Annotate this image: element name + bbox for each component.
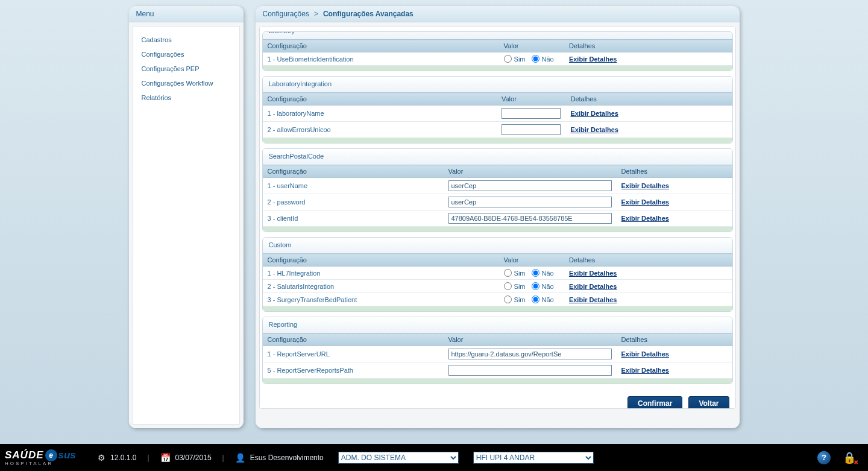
config-label: 5 - ReportServerReportsPath [263,362,444,379]
value-input[interactable] [448,365,612,376]
logo-e-icon: e [45,449,57,461]
radio-sim[interactable]: Sim [504,296,526,303]
menu-item-configuracoes-workflow[interactable]: Configurações Workflow [133,76,239,90]
radio-sim[interactable]: Sim [504,282,526,290]
table-row: 3 - SurgeryTransferBedPatient Sim Não Ex… [263,293,732,306]
table-row: 1 - userName Exibir Detalhes [263,178,732,194]
col-config: Configuração [263,165,444,178]
group-title: LaboratoryIntegration [263,77,732,92]
col-detalhes: Detalhes [617,333,732,346]
sidebar-panel: Menu Cadastros Configurações Configuraçõ… [129,6,244,428]
table-row: 5 - ReportServerReportsPath Exibir Detal… [263,362,732,379]
value-input[interactable] [448,197,612,207]
col-config: Configuração [263,333,444,346]
details-link[interactable]: Exibir Detalhes [569,270,617,277]
radio-nao[interactable]: Não [532,269,554,277]
config-label: 1 - HL7Integration [263,267,499,280]
menu-item-cadastros[interactable]: Cadastros [133,33,239,47]
details-link[interactable]: Exibir Detalhes [570,126,618,133]
menu-item-configuracoes[interactable]: Configurações [133,47,239,62]
table-row: 3 - clientId Exibir Detalhes [263,210,732,227]
details-link[interactable]: Exibir Detalhes [569,55,617,63]
version-text: 12.0.1.0 [110,454,136,462]
status-bar: SAÚDE e sus HOSPITALAR ⚙ 12.0.1.0 | 📅 03… [0,444,868,471]
config-scroll-area[interactable]: Biometry Configuração Valor Detalhes 1 -… [259,26,736,409]
breadcrumb-root[interactable]: Configurações [263,10,309,18]
user-text: Esus Desenvolvimento [250,454,324,462]
details-link[interactable]: Exibir Detalhes [569,283,617,290]
radio-nao[interactable]: Não [532,296,554,303]
back-button[interactable]: Voltar [688,396,729,409]
lock-icon[interactable]: 🔒✖ [843,451,856,464]
value-input[interactable] [502,108,561,119]
config-label: 2 - SalutarisIntegration [263,280,499,293]
value-input[interactable] [448,349,612,359]
radio-nao[interactable]: Não [532,282,554,290]
details-link[interactable]: Exibir Detalhes [621,367,669,374]
value-input[interactable] [448,180,612,191]
table-row: 2 - SalutarisIntegration Sim Não Exibir … [263,280,732,293]
group-custom: Custom Configuração Valor Detalhes 1 - H… [262,237,733,312]
user-icon: 👤 [235,453,245,463]
col-valor: Valor [497,93,565,106]
breadcrumb-current: Configurações Avançadas [323,10,414,18]
col-valor: Valor [444,333,617,346]
group-search-postal-code: SearchPostalCode Configuração Valor Deta… [262,148,733,232]
app-logo: SAÚDE e sus HOSPITALAR [0,449,90,466]
config-label: 2 - password [263,194,444,210]
group-title: SearchPostalCode [263,149,732,165]
col-detalhes: Detalhes [564,254,732,267]
details-link[interactable]: Exibir Detalhes [570,110,618,117]
group-biometry: Biometry Configuração Valor Detalhes 1 -… [262,31,733,71]
config-label: 1 - ReportServerURL [263,346,444,362]
table-row: 1 - ReportServerURL Exibir Detalhes [263,346,732,362]
details-link[interactable]: Exibir Detalhes [621,215,669,222]
profile-select[interactable]: ADM. DO SISTEMA [338,452,459,464]
config-label: 1 - UseBiometricIdentification [263,52,499,66]
radio-sim[interactable]: Sim [504,269,526,277]
group-title: Custom [263,238,732,253]
col-detalhes: Detalhes [564,40,732,52]
menu-item-configuracoes-pep[interactable]: Configurações PEP [133,62,239,76]
sidebar-title: Menu [129,6,244,22]
table-row: 1 - HL7Integration Sim Não Exibir Detalh… [263,267,732,280]
radio-nao[interactable]: Não [532,55,554,63]
gear-icon: ⚙ [98,453,105,463]
config-label: 1 - laboratoryName [263,106,497,122]
table-row: 2 - password Exibir Detalhes [263,194,732,210]
details-link[interactable]: Exibir Detalhes [621,182,669,189]
details-link[interactable]: Exibir Detalhes [569,296,617,303]
group-title: Reporting [263,317,732,333]
menu-item-relatorios[interactable]: Relatórios [133,90,239,105]
col-config: Configuração [263,40,499,52]
config-label: 1 - userName [263,178,444,194]
calendar-icon: 📅 [160,453,171,463]
help-icon[interactable]: ? [817,451,831,464]
table-row: 2 - allowErrorsUnicoo Exibir Detalhes [263,122,732,138]
value-input[interactable] [502,124,561,135]
details-link[interactable]: Exibir Detalhes [621,198,669,206]
date-text: 03/07/2015 [175,454,212,462]
col-config: Configuração [263,254,499,267]
main-panel: Configurações > Configurações Avançadas … [256,6,740,428]
col-valor: Valor [444,165,617,178]
unit-select[interactable]: HFI UPI 4 ANDAR [473,452,594,464]
col-detalhes: Detalhes [617,165,732,178]
table-row: 1 - laboratoryName Exibir Detalhes [263,106,732,122]
col-config: Configuração [263,93,497,106]
col-detalhes: Detalhes [565,93,732,106]
col-valor: Valor [499,40,564,52]
confirm-button[interactable]: Confirmar [627,396,682,409]
config-label: 3 - SurgeryTransferBedPatient [263,293,499,306]
group-laboratory-integration: LaboratoryIntegration Configuração Valor… [262,76,733,144]
menu-list: Cadastros Configurações Configurações PE… [133,26,240,425]
config-label: 3 - clientId [263,210,444,227]
details-link[interactable]: Exibir Detalhes [621,350,669,358]
radio-sim[interactable]: Sim [504,55,526,63]
value-input[interactable] [448,213,612,224]
action-bar: Confirmar Voltar [262,389,733,409]
breadcrumb-sep: > [314,10,318,18]
col-valor: Valor [499,254,564,267]
group-title: Biometry [263,31,732,39]
table-row: 1 - UseBiometricIdentification Sim Não E… [263,52,732,66]
